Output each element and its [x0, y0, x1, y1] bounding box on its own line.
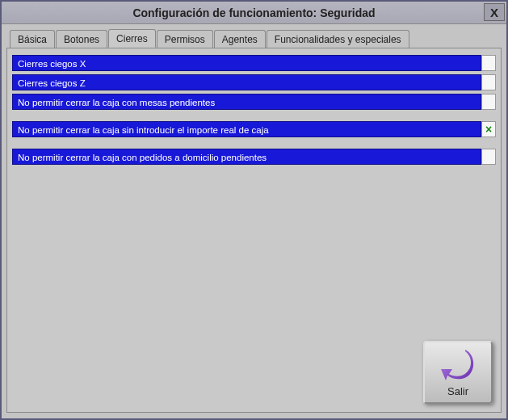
tab-funcionalidades[interactable]: Funcionalidades y especiales — [267, 30, 409, 48]
close-button[interactable]: X — [484, 3, 505, 21]
option-label-importe-real: No permitir cerrar la caja sin introduci… — [12, 121, 481, 137]
close-icon: X — [490, 6, 498, 19]
option-label-cierres-x: Cierres ciegos X — [12, 55, 481, 71]
tab-agentes[interactable]: Agentes — [214, 30, 266, 48]
option-check-mesas-pendientes[interactable] — [481, 94, 496, 110]
option-label-domicilio-pendientes: No permitir cerrar la caja con pedidos a… — [12, 149, 481, 165]
option-check-importe-real[interactable]: × — [481, 121, 496, 137]
tab-label: Botones — [64, 34, 99, 45]
tabstrip: Básica Botones Cierres Permisos Agentes … — [10, 29, 502, 48]
option-row: No permitir cerrar la caja con pedidos a… — [12, 149, 496, 165]
tab-label: Permisos — [165, 34, 205, 45]
tab-label: Funcionalidades y especiales — [275, 34, 401, 45]
tab-panel-cierres: Cierres ciegos X Cierres ciegos Z No per… — [6, 48, 502, 413]
option-row: No permitir cerrar la caja con mesas pen… — [12, 94, 496, 110]
option-check-cierres-z[interactable] — [481, 74, 496, 90]
option-check-cierres-x[interactable] — [481, 55, 496, 71]
tab-label: Básica — [18, 34, 47, 45]
exit-button[interactable]: Salir — [423, 341, 493, 404]
spacer — [12, 113, 496, 121]
option-label-cierres-z: Cierres ciegos Z — [12, 74, 481, 90]
tab-botones[interactable]: Botones — [56, 30, 107, 48]
option-row: Cierres ciegos X — [12, 55, 496, 71]
config-window: Configuración de funcionamiento: Segurid… — [0, 0, 508, 420]
spacer — [12, 141, 496, 149]
exit-arrow-icon — [439, 348, 477, 384]
window-title: Configuración de funcionamiento: Segurid… — [132, 6, 375, 19]
tab-label: Agentes — [222, 34, 258, 45]
check-icon: × — [485, 123, 492, 136]
option-label-mesas-pendientes: No permitir cerrar la caja con mesas pen… — [12, 94, 481, 110]
option-row: No permitir cerrar la caja sin introduci… — [12, 121, 496, 137]
option-check-domicilio-pendientes[interactable] — [481, 149, 496, 165]
option-row: Cierres ciegos Z — [12, 74, 496, 90]
tab-label: Cierres — [116, 33, 148, 44]
exit-button-label: Salir — [447, 385, 468, 397]
tab-basica[interactable]: Básica — [10, 30, 55, 48]
tab-permisos[interactable]: Permisos — [157, 30, 213, 48]
titlebar: Configuración de funcionamiento: Segurid… — [2, 2, 506, 24]
client-area: Básica Botones Cierres Permisos Agentes … — [2, 24, 506, 418]
tab-cierres[interactable]: Cierres — [108, 29, 156, 48]
